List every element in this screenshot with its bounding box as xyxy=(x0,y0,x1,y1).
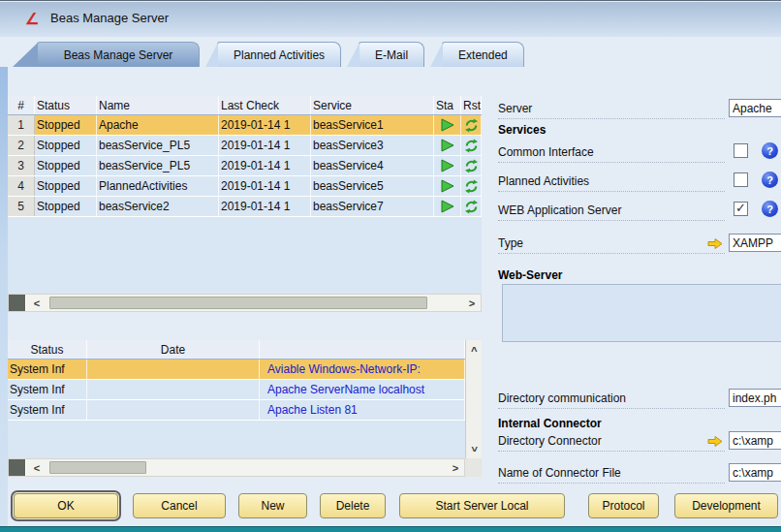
log-table-header: Status Date xyxy=(8,340,465,360)
col-start[interactable]: Sta xyxy=(434,96,461,114)
restart-service-icon[interactable] xyxy=(461,156,482,175)
help-icon[interactable]: ? xyxy=(762,142,778,159)
col-status[interactable]: Status xyxy=(8,340,87,359)
tab-label: E-Mail xyxy=(375,48,408,62)
start-service-icon[interactable] xyxy=(434,136,461,155)
tab-beas-manage-server[interactable]: Beas Manage Server xyxy=(37,42,200,67)
start-service-icon[interactable] xyxy=(434,156,461,175)
link-arrow-icon[interactable] xyxy=(707,237,723,250)
scroll-right-icon[interactable]: > xyxy=(449,460,462,475)
service-row[interactable]: 5 Stopped beasService2 2019-01-14 1 beas… xyxy=(8,197,482,217)
scroll-left-icon[interactable]: < xyxy=(30,296,44,310)
col-restart[interactable]: Rst xyxy=(461,96,482,114)
window-title: Beas Manage Server xyxy=(50,11,169,25)
cell-status: Stopped xyxy=(35,156,97,175)
cell-message: Apache Listen 81 xyxy=(260,400,465,420)
help-icon[interactable]: ? xyxy=(762,201,778,217)
help-icon[interactable]: ? xyxy=(762,172,778,188)
window-titlebar[interactable]: ∠ Beas Manage Server xyxy=(0,2,781,37)
tab-label: Extended xyxy=(458,48,508,62)
start-service-icon[interactable] xyxy=(434,115,461,135)
ok-button[interactable]: OK xyxy=(14,493,118,518)
tab-extended[interactable]: Extended xyxy=(442,42,524,67)
log-vertical-scrollbar[interactable]: > > xyxy=(465,340,482,458)
scroll-left-icon[interactable]: < xyxy=(30,460,44,475)
service-row[interactable]: 2 Stopped beasService_PL5 2019-01-14 1 b… xyxy=(8,136,482,156)
type-input[interactable] xyxy=(729,234,781,252)
row-number: 2 xyxy=(8,136,35,155)
col-last-check[interactable]: Last Check xyxy=(219,96,311,114)
delete-button[interactable]: Delete xyxy=(320,493,386,518)
restart-service-icon[interactable] xyxy=(461,176,482,196)
cell-date xyxy=(87,380,260,399)
webserver-info-box xyxy=(502,284,781,342)
row-number: 1 xyxy=(8,115,35,135)
bottom-edge-strip xyxy=(0,526,781,532)
dir-connector-input[interactable] xyxy=(729,431,781,450)
scrollbar-split-handle[interactable] xyxy=(9,295,26,311)
service-row[interactable]: 1 Stopped Apache 2019-01-14 1 beasServic… xyxy=(8,115,482,136)
log-row[interactable]: System Inf Apache Listen 81 xyxy=(8,400,465,421)
left-edge-decoration xyxy=(0,67,8,526)
web-app-server-label: WEB Application Server xyxy=(498,203,725,221)
scroll-right-icon[interactable]: > xyxy=(465,296,479,310)
start-server-local-button[interactable]: Start Server Local xyxy=(399,493,565,518)
server-label: Server xyxy=(498,102,725,119)
col-num[interactable]: # xyxy=(8,96,35,114)
start-service-icon[interactable] xyxy=(434,176,461,196)
cell-service: beasService3 xyxy=(311,136,434,155)
server-input[interactable] xyxy=(729,99,781,117)
cell-name: beasService2 xyxy=(97,197,219,216)
connector-file-input[interactable] xyxy=(729,463,781,482)
tab-label: Planned Activities xyxy=(234,48,325,62)
scrollbar-corner xyxy=(465,458,482,477)
cell-last-check: 2019-01-14 1 xyxy=(219,136,311,155)
services-heading: Services xyxy=(498,123,546,137)
tab-planned-activities[interactable]: Planned Activities xyxy=(217,42,341,67)
tab-label: Beas Manage Server xyxy=(64,48,173,62)
common-interface-label: Common Interface xyxy=(498,145,725,163)
services-horizontal-scrollbar[interactable]: < > xyxy=(8,294,482,312)
log-row[interactable]: System Inf Apache ServerName localhost xyxy=(8,380,465,400)
connector-file-label: Name of Connector File xyxy=(498,466,725,484)
protocol-button[interactable]: Protocol xyxy=(588,493,659,518)
col-message[interactable] xyxy=(260,340,465,359)
cell-service: beasService1 xyxy=(311,115,434,135)
cell-status: System Inf xyxy=(8,400,87,420)
start-service-icon[interactable] xyxy=(434,197,461,216)
common-interface-checkbox[interactable] xyxy=(734,143,748,158)
dir-comm-input[interactable] xyxy=(729,389,781,407)
scrollbar-split-handle[interactable] xyxy=(9,459,26,476)
col-status[interactable]: Status xyxy=(35,96,97,114)
planned-activities-checkbox[interactable] xyxy=(734,172,748,187)
services-table: # Status Name Last Check Service Sta Rst… xyxy=(8,96,482,294)
cell-date xyxy=(87,400,260,420)
scroll-up-icon[interactable]: > xyxy=(467,342,482,357)
webserver-heading: Web-Server xyxy=(498,268,562,282)
cell-last-check: 2019-01-14 1 xyxy=(219,176,311,196)
service-row[interactable]: 3 Stopped beasService_PL5 2019-01-14 1 b… xyxy=(8,156,482,176)
development-button[interactable]: Development xyxy=(674,493,778,518)
log-horizontal-scrollbar[interactable]: < > xyxy=(8,458,465,477)
restart-service-icon[interactable] xyxy=(461,197,482,216)
service-row[interactable]: 4 Stopped PlannedActivities 2019-01-14 1… xyxy=(8,176,482,197)
link-arrow-icon[interactable] xyxy=(707,435,723,448)
cell-name: beasService_PL5 xyxy=(97,156,219,175)
scrollbar-thumb[interactable] xyxy=(49,297,427,309)
web-app-server-checkbox[interactable] xyxy=(734,202,748,216)
cell-status: Stopped xyxy=(35,176,97,196)
col-date[interactable]: Date xyxy=(87,340,260,359)
tab-email[interactable]: E-Mail xyxy=(359,42,424,67)
restart-service-icon[interactable] xyxy=(461,136,482,155)
cell-last-check: 2019-01-14 1 xyxy=(219,197,311,216)
cancel-button[interactable]: Cancel xyxy=(133,493,226,518)
scroll-down-icon[interactable]: > xyxy=(467,442,482,456)
restart-service-icon[interactable] xyxy=(461,115,482,135)
log-row[interactable]: System Inf Aviable Windows-Network-IP: xyxy=(8,360,465,380)
cell-message: Aviable Windows-Network-IP: xyxy=(260,360,465,379)
col-service[interactable]: Service xyxy=(311,96,434,114)
log-table: Status Date System Inf Aviable Windows-N… xyxy=(8,340,482,458)
scrollbar-thumb[interactable] xyxy=(49,461,146,474)
col-name[interactable]: Name xyxy=(97,96,219,114)
new-button[interactable]: New xyxy=(238,493,307,518)
